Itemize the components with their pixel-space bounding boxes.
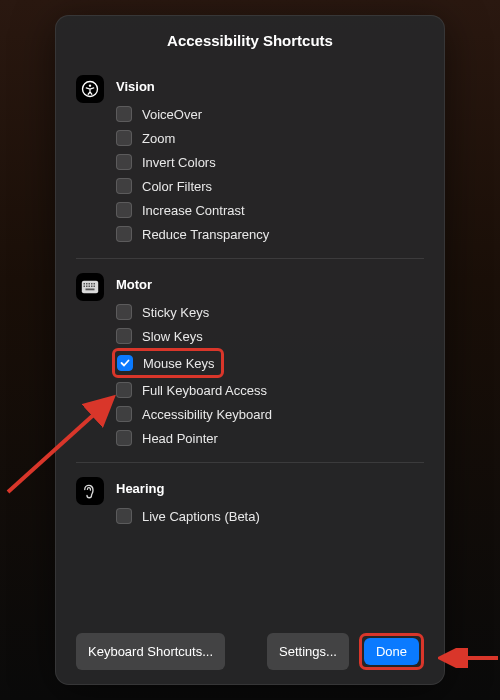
option-label: Accessibility Keyboard: [142, 407, 272, 422]
option-reduce-transparency[interactable]: Reduce Transparency: [116, 222, 424, 246]
keyboard-shortcuts-button[interactable]: Keyboard Shortcuts...: [76, 633, 225, 670]
checkbox-head-pointer[interactable]: [116, 430, 132, 446]
option-label: VoiceOver: [142, 107, 202, 122]
svg-rect-5: [89, 283, 91, 285]
svg-rect-9: [86, 286, 88, 288]
checkbox-accessibility-keyboard[interactable]: [116, 406, 132, 422]
svg-rect-11: [91, 286, 93, 288]
accessibility-shortcuts-panel: Accessibility Shortcuts Vision VoiceOver: [55, 15, 445, 685]
ear-icon: [76, 477, 104, 505]
keyboard-icon: [76, 273, 104, 301]
option-label: Live Captions (Beta): [142, 509, 260, 524]
option-invert-colors[interactable]: Invert Colors: [116, 150, 424, 174]
option-sticky-keys[interactable]: Sticky Keys: [116, 300, 424, 324]
option-label: Sticky Keys: [142, 305, 209, 320]
checkbox-live-captions[interactable]: [116, 508, 132, 524]
section-hearing: Hearing Live Captions (Beta): [76, 462, 424, 540]
option-label: Color Filters: [142, 179, 212, 194]
checkbox-slow-keys[interactable]: [116, 328, 132, 344]
checkbox-sticky-keys[interactable]: [116, 304, 132, 320]
option-label: Zoom: [142, 131, 175, 146]
svg-rect-8: [84, 286, 86, 288]
svg-rect-6: [91, 283, 93, 285]
option-color-filters[interactable]: Color Filters: [116, 174, 424, 198]
option-full-keyboard-access[interactable]: Full Keyboard Access: [116, 378, 424, 402]
footer: Keyboard Shortcuts... Settings... Done: [76, 621, 424, 670]
svg-rect-12: [94, 286, 96, 288]
done-button[interactable]: Done: [364, 638, 419, 665]
checkbox-mouse-keys[interactable]: [117, 355, 133, 371]
highlight-mouse-keys: Mouse Keys: [112, 348, 224, 378]
option-label: Full Keyboard Access: [142, 383, 267, 398]
highlight-done: Done: [359, 633, 424, 670]
checkbox-full-keyboard-access[interactable]: [116, 382, 132, 398]
panel-title: Accessibility Shortcuts: [76, 32, 424, 49]
section-motor: Motor Sticky Keys Slow Keys Mouse Keys: [76, 258, 424, 462]
section-title-vision: Vision: [116, 79, 424, 94]
option-label: Head Pointer: [142, 431, 218, 446]
svg-rect-10: [89, 286, 91, 288]
sections-container: Vision VoiceOver Zoom Invert Colors Colo…: [76, 67, 424, 621]
option-slow-keys[interactable]: Slow Keys: [116, 324, 424, 348]
option-label: Slow Keys: [142, 329, 203, 344]
option-voiceover[interactable]: VoiceOver: [116, 102, 424, 126]
settings-button[interactable]: Settings...: [267, 633, 349, 670]
option-live-captions[interactable]: Live Captions (Beta): [116, 504, 424, 528]
checkbox-reduce-transparency[interactable]: [116, 226, 132, 242]
checkbox-invert-colors[interactable]: [116, 154, 132, 170]
option-accessibility-keyboard[interactable]: Accessibility Keyboard: [116, 402, 424, 426]
section-title-hearing: Hearing: [116, 481, 424, 496]
option-head-pointer[interactable]: Head Pointer: [116, 426, 424, 450]
checkbox-voiceover[interactable]: [116, 106, 132, 122]
svg-rect-3: [84, 283, 86, 285]
checkbox-increase-contrast[interactable]: [116, 202, 132, 218]
option-mouse-keys[interactable]: Mouse Keys: [117, 353, 215, 373]
checkbox-color-filters[interactable]: [116, 178, 132, 194]
svg-rect-13: [86, 289, 95, 291]
svg-point-1: [89, 84, 91, 86]
option-increase-contrast[interactable]: Increase Contrast: [116, 198, 424, 222]
svg-rect-4: [86, 283, 88, 285]
annotation-arrow-done: [438, 648, 500, 668]
option-label: Mouse Keys: [143, 356, 215, 371]
svg-rect-7: [94, 283, 96, 285]
section-vision: Vision VoiceOver Zoom Invert Colors Colo…: [76, 67, 424, 258]
section-title-motor: Motor: [116, 277, 424, 292]
checkbox-zoom[interactable]: [116, 130, 132, 146]
option-label: Reduce Transparency: [142, 227, 269, 242]
accessibility-icon: [76, 75, 104, 103]
option-label: Invert Colors: [142, 155, 216, 170]
option-label: Increase Contrast: [142, 203, 245, 218]
option-zoom[interactable]: Zoom: [116, 126, 424, 150]
